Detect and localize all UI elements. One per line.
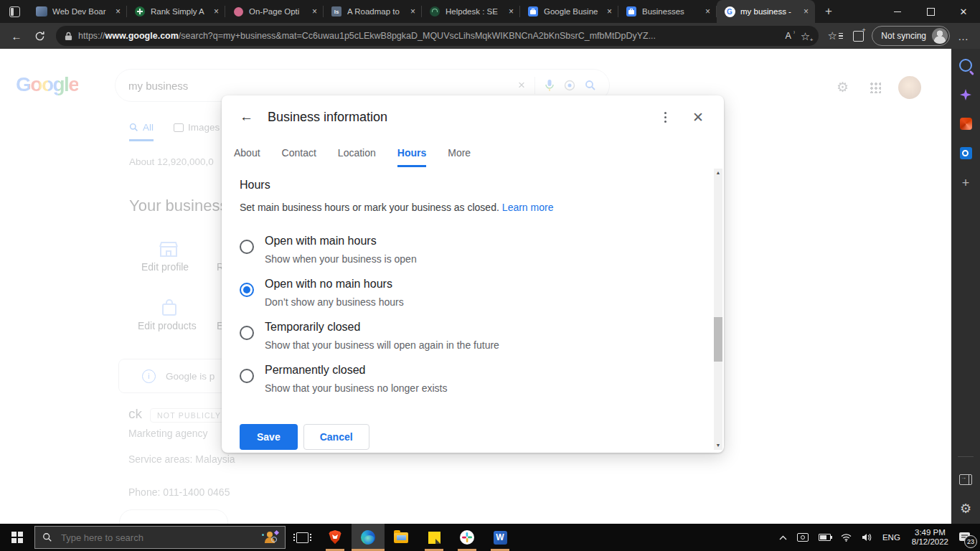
browser-toolbar: ← https://www.google.com/search?q=my+bus… — [0, 23, 980, 49]
language-indicator[interactable]: ENG — [877, 533, 906, 542]
notification-count-badge: 23 — [964, 535, 977, 548]
clock[interactable]: 3:49 PM 8/12/2022 — [906, 528, 954, 547]
taskbar-search[interactable] — [34, 526, 286, 549]
tab-close-icon[interactable]: × — [409, 6, 417, 17]
restore-button[interactable] — [914, 0, 947, 23]
url-text: https://www.google.com/search?q=my+busin… — [78, 31, 656, 41]
modal-actions: Save Cancel — [240, 424, 369, 450]
tab-close-icon[interactable]: × — [311, 6, 319, 17]
browser-tab-web-dev[interactable]: Web Dev Boar × — [29, 0, 127, 23]
sidebar-outlook-icon[interactable] — [960, 147, 972, 159]
modal-scrollbar[interactable]: ▲ ▼ — [714, 169, 722, 450]
tab-close-icon[interactable]: × — [212, 6, 220, 17]
sidebar-add-icon[interactable]: + — [962, 176, 970, 189]
modal-tab-about[interactable]: About — [234, 147, 260, 167]
add-favorite-button[interactable]: ☆+ — [801, 31, 810, 42]
save-button[interactable]: Save — [240, 424, 298, 450]
clear-search-icon: × — [518, 78, 525, 93]
browser-tab-helpdesk[interactable]: Helpdesk : SE × — [422, 0, 520, 23]
option-open-no-main-hours[interactable]: Open with no main hours Don’t show any b… — [240, 276, 404, 310]
sidebar-search-icon[interactable] — [959, 59, 972, 72]
tab-actions-menu-button[interactable] — [0, 0, 29, 23]
browser-tab-roadmap[interactable]: Is A Roadmap to × — [324, 0, 422, 23]
modal-back-button[interactable]: ← — [240, 109, 253, 125]
meet-now-button[interactable] — [792, 524, 814, 551]
radio-unselected[interactable] — [240, 240, 254, 254]
address-bar[interactable]: https://www.google.com/search?q=my+busin… — [56, 26, 819, 46]
sidebar-settings-gear-icon[interactable]: ⚙ — [960, 502, 971, 515]
radio-unselected[interactable] — [240, 369, 254, 383]
favorites-button[interactable]: ☆ — [826, 27, 844, 45]
radio-selected[interactable] — [240, 283, 254, 297]
sidebar-divider — [958, 456, 974, 457]
taskbar-search-input[interactable] — [60, 532, 255, 544]
brave-icon — [329, 530, 341, 545]
taskbar-app-sticky-notes[interactable] — [418, 524, 451, 551]
sidebar-collapse-icon[interactable] — [959, 474, 972, 485]
sidebar-discover-sparkle-icon[interactable] — [960, 89, 971, 100]
radio-unselected[interactable] — [240, 326, 254, 340]
tab-close-icon[interactable]: × — [114, 6, 122, 17]
tab-close-icon[interactable]: × — [606, 6, 613, 17]
new-tab-button[interactable]: + — [818, 1, 839, 22]
search-highlights-icon[interactable] — [262, 531, 278, 544]
taskbar-app-brave[interactable] — [319, 524, 352, 551]
network-button[interactable] — [836, 524, 857, 551]
taskbar-app-slack[interactable] — [451, 524, 484, 551]
modal-tab-hours-active[interactable]: Hours — [397, 147, 426, 167]
refresh-button[interactable] — [30, 27, 49, 45]
option-permanently-closed[interactable]: Permanently closed Show that your busine… — [240, 362, 447, 396]
scroll-up-icon[interactable]: ▲ — [716, 169, 721, 177]
option-title: Temporarily closed — [265, 319, 499, 335]
browser-tab-on-page[interactable]: On-Page Opti × — [225, 0, 324, 23]
pink-dot-favicon — [234, 7, 243, 17]
taskbar-app-file-explorer[interactable] — [385, 524, 418, 551]
tab-title: On-Page Opti — [249, 7, 306, 16]
tab-title: A Roadmap to — [347, 7, 404, 16]
learn-more-link[interactable]: Learn more — [502, 202, 554, 213]
scrollbar-thumb[interactable] — [714, 317, 722, 362]
minimize-button[interactable] — [881, 0, 914, 23]
modal-tab-contact[interactable]: Contact — [282, 147, 316, 167]
modal-tab-more[interactable]: More — [448, 147, 471, 167]
tab-close-icon[interactable]: × — [802, 6, 810, 17]
scroll-down-icon[interactable]: ▼ — [716, 441, 721, 450]
start-button[interactable] — [0, 524, 34, 551]
tab-title: Businesses — [642, 7, 699, 16]
results-stat: About 12,920,000,0 — [129, 156, 214, 167]
modal-overflow-menu-icon[interactable] — [664, 116, 666, 118]
plus-icon: + — [810, 37, 814, 43]
taskbar-app-edge-active[interactable] — [352, 524, 385, 551]
option-temporarily-closed[interactable]: Temporarily closed Show that your busine… — [240, 319, 499, 353]
browser-tab-google-business[interactable]: Google Busine × — [520, 0, 618, 23]
profile-button[interactable]: Not syncing — [872, 26, 950, 46]
collections-icon — [853, 31, 864, 42]
browser-tab-my-business-active[interactable]: G my business - × — [717, 0, 815, 23]
modal-close-icon[interactable]: ✕ — [692, 110, 704, 124]
voice-search-icon — [545, 79, 555, 92]
google-apps-grid-icon — [870, 82, 881, 93]
back-button[interactable]: ← — [7, 27, 26, 45]
browser-tab-businesses[interactable]: Businesses × — [618, 0, 717, 23]
scrollbar-track[interactable] — [714, 177, 722, 441]
tray-expand-chevron[interactable] — [774, 524, 792, 551]
tab-title: Web Dev Boar — [52, 7, 109, 16]
volume-button[interactable] — [857, 524, 877, 551]
tab-close-icon[interactable]: × — [507, 6, 515, 17]
battery-button[interactable] — [814, 524, 836, 551]
close-window-button[interactable]: ✕ — [947, 0, 980, 23]
taskbar-app-word[interactable]: W — [484, 524, 517, 551]
collections-button[interactable] — [849, 27, 867, 45]
sidebar-office-icon[interactable] — [960, 118, 972, 130]
search-result-tabs: All Images — [129, 122, 220, 141]
cancel-button[interactable]: Cancel — [303, 424, 369, 450]
read-aloud-button[interactable]: A⁾ — [786, 31, 795, 41]
browser-tab-rank-simply[interactable]: Rank Simply A × — [127, 0, 225, 23]
task-view-button[interactable] — [286, 524, 319, 551]
modal-tab-location[interactable]: Location — [338, 147, 376, 167]
action-center-button[interactable]: 23 — [954, 524, 980, 551]
option-open-main-hours[interactable]: Open with main hours Show when your busi… — [240, 233, 417, 267]
tab-close-icon[interactable]: × — [704, 6, 712, 17]
tab-title: Helpdesk : SE — [446, 7, 502, 16]
browser-menu-button[interactable]: … — [954, 27, 973, 45]
